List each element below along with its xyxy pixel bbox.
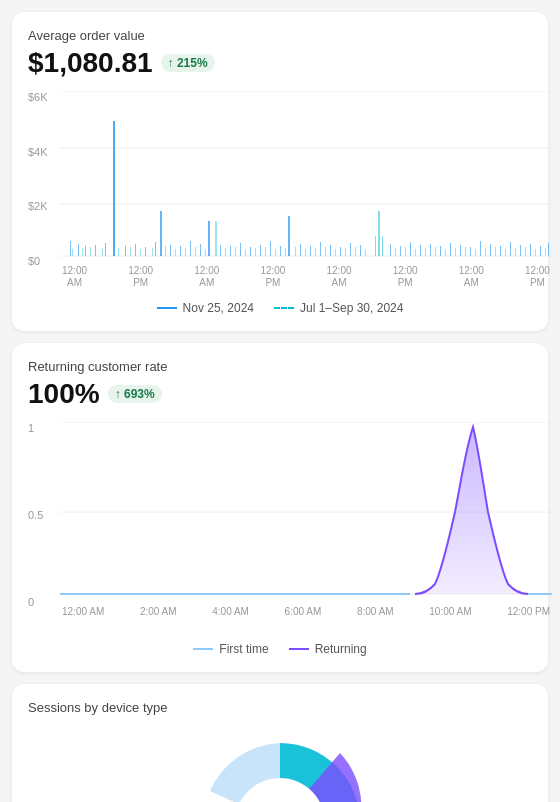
- svg-rect-70: [235, 247, 236, 256]
- svg-rect-62: [152, 248, 153, 256]
- svg-rect-5: [70, 241, 71, 256]
- rcr-legend-label-2: Returning: [315, 642, 367, 656]
- svg-rect-68: [215, 221, 217, 256]
- svg-rect-58: [102, 249, 103, 256]
- svg-rect-12: [145, 247, 146, 256]
- svg-rect-13: [155, 242, 156, 256]
- svg-rect-35: [375, 236, 376, 256]
- rcr-card: Returning customer rate 100% ↑ 693% 1 0.…: [12, 343, 548, 672]
- svg-rect-36: [378, 211, 380, 256]
- svg-rect-37: [382, 236, 383, 256]
- svg-rect-78: [315, 248, 316, 256]
- rcr-y-labels: 1 0.5 0: [28, 422, 56, 608]
- svg-rect-7: [85, 246, 86, 256]
- aov-badge: ↑ 215%: [161, 54, 215, 72]
- svg-rect-84: [395, 248, 396, 256]
- svg-rect-6: [78, 244, 79, 256]
- rcr-legend-line-1: [193, 648, 213, 650]
- sessions-title: Sessions by device type: [28, 700, 532, 715]
- svg-rect-30: [320, 242, 321, 256]
- rcr-legend-item-1: First time: [193, 642, 268, 656]
- svg-rect-32: [340, 247, 341, 256]
- svg-rect-74: [275, 249, 276, 256]
- svg-rect-28: [300, 244, 301, 256]
- svg-rect-91: [465, 247, 466, 256]
- svg-rect-85: [405, 247, 406, 256]
- svg-rect-75: [285, 248, 286, 256]
- rcr-legend-label-1: First time: [219, 642, 268, 656]
- svg-rect-23: [250, 247, 251, 256]
- svg-rect-93: [485, 248, 486, 256]
- svg-rect-55: [72, 249, 73, 256]
- svg-rect-79: [325, 247, 326, 256]
- svg-rect-66: [195, 247, 196, 256]
- svg-rect-65: [185, 248, 186, 256]
- rcr-x-labels: 12:00 AM 2:00 AM 4:00 AM 6:00 AM 8:00 AM…: [60, 606, 552, 618]
- svg-rect-63: [165, 246, 166, 256]
- svg-rect-29: [310, 246, 311, 256]
- sessions-donut-chart: [28, 723, 532, 802]
- svg-rect-46: [470, 247, 471, 256]
- svg-rect-42: [430, 244, 431, 256]
- rcr-value-row: 100% ↑ 693%: [28, 378, 532, 410]
- aov-value: $1,080.81: [28, 47, 153, 79]
- svg-rect-80: [335, 249, 336, 256]
- rcr-value: 100%: [28, 378, 100, 410]
- svg-rect-27: [288, 216, 290, 256]
- aov-title: Average order value: [28, 28, 532, 43]
- svg-rect-83: [365, 249, 366, 256]
- svg-rect-11: [135, 244, 136, 256]
- svg-rect-16: [180, 246, 181, 256]
- aov-card: Average order value $1,080.81 ↑ 215% $6K…: [12, 12, 548, 331]
- svg-rect-87: [425, 248, 426, 256]
- svg-rect-18: [200, 244, 201, 256]
- svg-rect-76: [295, 247, 296, 256]
- svg-rect-33: [350, 243, 351, 256]
- rcr-chart-inner: 12:00 AM 2:00 AM 4:00 AM 6:00 AM 8:00 AM…: [60, 422, 532, 618]
- svg-rect-31: [330, 245, 331, 256]
- aov-legend-label-1: Nov 25, 2024: [183, 301, 254, 315]
- aov-y-labels: $6K $4K $2K $0: [28, 91, 56, 267]
- svg-rect-20: [220, 245, 221, 256]
- svg-rect-97: [525, 247, 526, 256]
- svg-rect-61: [140, 249, 141, 256]
- svg-rect-25: [270, 241, 271, 256]
- svg-rect-49: [500, 246, 501, 256]
- rcr-title: Returning customer rate: [28, 359, 532, 374]
- svg-rect-67: [205, 249, 206, 256]
- aov-legend-line-1: [157, 307, 177, 309]
- aov-legend-item-2: Jul 1–Sep 30, 2024: [274, 301, 403, 315]
- svg-rect-43: [440, 246, 441, 256]
- rcr-legend: First time Returning: [28, 642, 532, 656]
- svg-rect-24: [260, 245, 261, 256]
- sessions-card: Sessions by device type: [12, 684, 548, 802]
- svg-rect-77: [305, 249, 306, 256]
- aov-value-row: $1,080.81 ↑ 215%: [28, 47, 532, 79]
- svg-rect-86: [415, 249, 416, 256]
- rcr-svg: [60, 422, 552, 602]
- svg-rect-19: [208, 221, 210, 256]
- svg-rect-48: [490, 244, 491, 256]
- aov-legend: Nov 25, 2024 Jul 1–Sep 30, 2024: [28, 301, 532, 315]
- svg-rect-21: [230, 246, 231, 256]
- svg-rect-50: [510, 242, 511, 256]
- aov-chart: $6K $4K $2K $0: [28, 91, 532, 291]
- svg-rect-82: [355, 247, 356, 256]
- svg-rect-38: [390, 244, 391, 256]
- svg-rect-39: [400, 246, 401, 256]
- svg-rect-96: [515, 248, 516, 256]
- svg-rect-34: [360, 245, 361, 256]
- svg-rect-92: [475, 249, 476, 256]
- svg-rect-52: [530, 244, 531, 256]
- svg-rect-47: [480, 241, 481, 256]
- svg-rect-26: [280, 246, 281, 256]
- svg-rect-45: [460, 245, 461, 256]
- svg-rect-40: [410, 242, 411, 256]
- svg-rect-41: [420, 245, 421, 256]
- aov-x-labels: 12:00AM 12:00PM 12:00AM 12:00PM 12:00AM …: [60, 265, 552, 289]
- svg-rect-53: [540, 246, 541, 256]
- svg-rect-22: [240, 243, 241, 256]
- svg-rect-10: [125, 246, 126, 256]
- svg-rect-17: [190, 241, 191, 256]
- svg-rect-90: [455, 248, 456, 256]
